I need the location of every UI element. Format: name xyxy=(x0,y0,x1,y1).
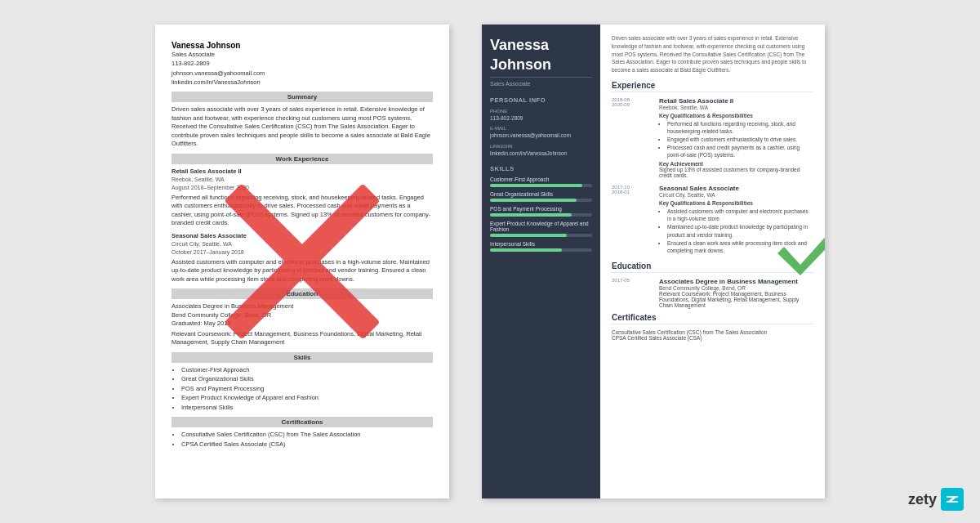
right-certs-label: Certificates xyxy=(612,313,813,324)
right-edu-label: Education xyxy=(612,262,813,273)
page-container: Vanessa Johnson Sales Associate 113-802-… xyxy=(0,0,980,523)
right-edu-school: Bend Community College, Bend, OR xyxy=(659,285,813,291)
left-edu-content: Associates Degree in Business Management… xyxy=(172,302,433,347)
right-cert2: CPSA Certified Sales Associate (CSA) xyxy=(612,335,813,341)
right-job2-bullets: Assisted customers with computer and ele… xyxy=(659,208,813,254)
right-job2-company: Circuit City, Seattle, WA xyxy=(659,192,813,198)
left-job2-title: Seasonal Sales Associate xyxy=(172,232,433,241)
left-contact: Sales Associate 113-802-2809 johnson.van… xyxy=(172,50,433,87)
right-main: Driven sales associate with over 3 years… xyxy=(600,25,825,498)
right-job1-achievement-label: Key Achievement xyxy=(659,161,813,167)
left-phone: 113-802-2809 xyxy=(172,59,433,68)
left-skills-list: Customer-First Approach Great Organizati… xyxy=(172,366,433,413)
left-job1-title: Retail Sales Associate II xyxy=(172,168,433,177)
left-job2-desc: Assisted customers with computer and ele… xyxy=(172,258,433,284)
right-skill-3-fill xyxy=(490,213,572,217)
right-job1-bullet3: Processed cash and credit payments as a … xyxy=(667,144,813,159)
left-title: Sales Associate xyxy=(172,50,433,59)
left-job1-dates: August 2018–September 2020 xyxy=(172,184,433,192)
left-cert-2: CPSA Certified Sales Associate (CSA) xyxy=(181,440,433,449)
right-summary: Driven sales associate with over 3 years… xyxy=(612,34,813,74)
left-edu-grad: Graduated: May 2017 xyxy=(172,320,433,329)
right-title: Sales Associate xyxy=(490,77,592,87)
right-skill-5-bar xyxy=(490,248,592,252)
right-skill-2-fill xyxy=(490,199,577,202)
left-work-content: Retail Sales Associate II Reebok, Seattl… xyxy=(172,168,433,284)
left-job1-desc: Performed all functions regarding receiv… xyxy=(172,194,433,228)
right-first-name: Vanessa xyxy=(490,38,592,54)
right-skill-4: Expert Product Knowledge of Apparel and … xyxy=(490,221,592,237)
right-job1: 2018-08 - 2020-09 Retail Sales Associate… xyxy=(612,97,813,178)
right-job2-bullet2: Maintained up-to-date product knowledge … xyxy=(667,223,813,238)
resume-left: Vanessa Johnson Sales Associate 113-802-… xyxy=(155,25,449,498)
left-skill-1: Customer-First Approach xyxy=(181,366,433,375)
right-skill-5: Interpersonal Skills xyxy=(490,241,592,252)
left-skills-content: Customer-First Approach Great Organizati… xyxy=(172,366,433,413)
right-edu: 2017-05 Associates Degree in Business Ma… xyxy=(612,278,813,308)
left-job2-dates: October 2017–January 2018 xyxy=(172,248,433,257)
left-job1-company: Reebok, Seattle, WA xyxy=(172,176,433,184)
right-job1-company: Reebok, Seattle, WA xyxy=(659,105,813,110)
right-personal-label: Personal Info xyxy=(490,96,592,104)
right-email: johnson.vanessa@yahoomail.com xyxy=(490,132,592,139)
right-skill-4-fill xyxy=(490,234,567,237)
left-job2-company: Circuit City, Seattle, WA xyxy=(172,240,433,248)
right-job1-bullet1: Performed all functions regarding receiv… xyxy=(667,120,813,135)
right-skill-1-name: Customer-First Approach xyxy=(490,177,592,182)
left-linkedin: linkedin.com/in/VanessaJohnson xyxy=(172,78,433,87)
right-job1-resp-label: Key Qualifications & Responsibilities xyxy=(659,113,813,118)
right-skill-2-bar xyxy=(490,199,592,202)
left-email: johnson.vanessa@yahoomail.com xyxy=(172,69,433,78)
right-job2-dates2: 2018-01 xyxy=(612,190,653,194)
right-skills-label: Skills xyxy=(490,165,592,172)
right-job2-resp-label: Key Qualifications & Responsibilities xyxy=(659,200,813,206)
left-skill-4: Expert Product Knowledge of Apparel and … xyxy=(181,394,433,403)
right-job1-achievement: Signed up 13% of assisted customers for … xyxy=(659,167,813,178)
right-job1-bullets: Performed all functions regarding receiv… xyxy=(659,120,813,159)
left-edu-coursework: Relevant Coursework: Project Management,… xyxy=(172,330,433,347)
left-skill-2: Great Organizational Skills xyxy=(181,375,433,384)
right-sidebar: Vanessa Johnson Sales Associate Personal… xyxy=(482,25,600,498)
right-edu-degree: Associates Degree in Business Management xyxy=(659,278,813,285)
right-linkedin-label: LinkedIn xyxy=(490,143,592,150)
right-exp-label: Experience xyxy=(612,81,813,92)
left-skill-3: POS and Payment Processing xyxy=(181,385,433,394)
right-phone: 113-802-2809 xyxy=(490,114,592,122)
right-job1-title: Retail Sales Associate II xyxy=(659,97,813,105)
right-last-name: Johnson xyxy=(490,57,592,74)
left-work-header: Work Experience xyxy=(172,154,433,164)
right-job1-bullet2: Engaged with customers enthusiastically … xyxy=(667,136,813,143)
right-phone-section: Phone 113-802-2809 xyxy=(490,108,592,122)
right-skill-4-name: Expert Product Knowledge of Apparel and … xyxy=(490,221,592,232)
left-edu-degree: Associates Degree in Business Management xyxy=(172,302,433,311)
right-skill-1-fill xyxy=(490,184,582,187)
right-email-section: E-mail johnson.vanessa@yahoomail.com xyxy=(490,125,592,139)
right-skill-2-name: Great Organizational Skills xyxy=(490,191,592,197)
right-skill-4-bar xyxy=(490,234,592,237)
zety-name: zety xyxy=(908,491,937,508)
right-skill-3-bar xyxy=(490,213,592,217)
right-edu-coursework: Relevant Coursework: Project Management,… xyxy=(659,291,813,308)
right-skill-5-name: Interpersonal Skills xyxy=(490,241,592,247)
left-skills-header: Skills xyxy=(172,352,433,363)
left-edu-school: Bend Community College, Bend, OR xyxy=(172,311,433,320)
right-job2-bullet3: Ensured a clean work area while processi… xyxy=(667,239,813,254)
right-phone-label: Phone xyxy=(490,108,592,114)
left-name: Vanessa Johnson xyxy=(172,41,433,50)
resume-right: Vanessa Johnson Sales Associate Personal… xyxy=(482,25,825,498)
right-job2-title: Seasonal Sales Associate xyxy=(659,185,813,192)
right-skill-2: Great Organizational Skills xyxy=(490,191,592,202)
right-certs: Consultative Sales Certification (CSC) f… xyxy=(612,329,813,341)
right-skill-1-bar xyxy=(490,184,592,187)
left-summary-text: Driven sales associate with over 3 years… xyxy=(172,105,433,149)
left-cert-1: Consultative Sales Certification (CSC) f… xyxy=(181,431,433,440)
right-skill-5-fill xyxy=(490,248,562,252)
right-email-label: E-mail xyxy=(490,125,592,132)
right-cert1: Consultative Sales Certification (CSC) f… xyxy=(612,329,813,335)
right-job2: 2017-10 - 2018-01 Seasonal Sales Associa… xyxy=(612,185,813,255)
right-job2-bullet1: Assisted customers with computer and ele… xyxy=(667,208,813,222)
left-certs-list: Consultative Sales Certification (CSC) f… xyxy=(172,431,433,449)
right-job1-dates2: 2020-09 xyxy=(612,102,653,107)
right-skill-1: Customer-First Approach xyxy=(490,177,592,187)
left-edu-header: Education xyxy=(172,288,433,299)
